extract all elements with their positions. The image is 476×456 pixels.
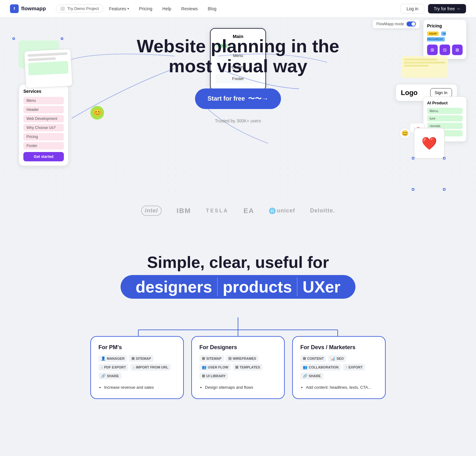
uilib-icon: ⊞ — [202, 374, 205, 378]
designers-bullet-1: Design sitemaps and flows — [205, 384, 277, 391]
tesla-logo: TESLA — [206, 208, 228, 214]
pms-bullets: Increase revenue and sales — [98, 384, 176, 391]
tag-wireframes: ⊟ WIREFRAMES — [226, 355, 259, 362]
manager-icon: 👤 — [101, 356, 106, 361]
tag-share-pm: 🔗 SHARE — [98, 373, 121, 379]
ea-logo: EA — [244, 207, 255, 215]
card-devs: For Devs / Marketers ⊞ CONTENT 📊 SEO 👥 C… — [292, 336, 386, 399]
nav-reviews[interactable]: Reviews — [177, 4, 202, 13]
tag-content: ⊞ CONTENT — [300, 355, 326, 362]
tag-seo: 📊 SEO — [328, 355, 346, 362]
card-pms-title: For PM's — [98, 344, 176, 351]
nav-blog[interactable]: Blog — [203, 4, 221, 13]
tag-export: ↑ EXPORT — [343, 364, 365, 371]
unicef-globe-icon: 🌐 — [269, 208, 275, 214]
tag-collab: 👥 COLLABORATION — [300, 364, 341, 371]
highlight-uxer: UXer — [298, 278, 345, 296]
highlight-designers: designers — [131, 278, 218, 296]
designers-tags: ⊞ SITEMAP ⊟ WIREFRAMES 👥 USER FLOW ⊞ TEM… — [199, 355, 277, 379]
nav-help[interactable]: Help — [158, 4, 176, 13]
card-pms: For PM's 👤 MANAGER ⊞ SITEMAP ↓ PDF EXPOR… — [90, 336, 184, 399]
tag-sitemap-d: ⊞ SITEMAP — [199, 355, 224, 362]
userflow-icon: 👥 — [202, 365, 207, 369]
tag-share-dev: 🔗 SHARE — [300, 373, 323, 379]
sitemap-icon: ⊞ — [131, 356, 135, 361]
wave-icon: 〜〜→ — [248, 94, 269, 103]
section2-highlight-bar: designers products UXer — [121, 275, 355, 299]
hero-content: Website planning in the most visual way … — [0, 17, 476, 123]
import-icon: ↓ — [133, 365, 135, 369]
devs-tags: ⊞ CONTENT 📊 SEO 👥 COLLABORATION ↑ EXPORT — [300, 355, 378, 379]
tag-pdf: ↓ PDF EXPORT — [98, 364, 128, 371]
hero-section: FlowMapp mode Pricing ASAP IN PROGRESS ⊞… — [0, 0, 476, 199]
card-devs-title: For Devs / Marketers — [300, 344, 378, 351]
cards-connector — [88, 317, 388, 336]
nav-logo[interactable]: f flowmapp — [10, 4, 46, 13]
hero-cta-button[interactable]: Start for free 〜〜→ — [195, 88, 281, 109]
export-icon: ↑ — [345, 365, 347, 369]
highlight-products: products — [218, 278, 298, 296]
section2-title: Simple, clear, useful for — [12, 253, 464, 272]
content-icon: ⊞ — [303, 356, 306, 361]
nav-links: Try Demo Project Features ▾ Pricing Help… — [56, 4, 401, 13]
hero-title: Website planning in the most visual way — [113, 36, 363, 76]
tag-userflow: 👥 USER FLOW — [199, 364, 231, 371]
tag-uilib: ⊞ UI LIBRARY — [199, 373, 228, 379]
logo-icon: f — [10, 4, 19, 13]
try-free-button[interactable]: Try for free → — [428, 4, 466, 13]
section2: Simple, clear, useful for designers prod… — [0, 228, 476, 418]
seo-icon: 📊 — [331, 356, 335, 361]
nav-actions: Log in Try for free → — [401, 4, 466, 14]
share-dev-icon: 🔗 — [303, 374, 307, 378]
feature-cards-row: For PM's 👤 MANAGER ⊞ SITEMAP ↓ PDF EXPOR… — [88, 336, 388, 399]
navbar: f flowmapp Try Demo Project Features ▾ P… — [0, 0, 476, 17]
pdf-icon: ↓ — [101, 365, 103, 369]
devs-bullets: Add content: headlines, texts, CTA... — [300, 384, 378, 391]
ibm-logo: IBM — [177, 207, 191, 215]
unicef-logo: 🌐 unicef — [269, 207, 295, 214]
chevron-down-icon: ▾ — [127, 7, 129, 10]
tag-sitemap: ⊞ SITEMAP — [129, 355, 154, 362]
nav-pricing[interactable]: Pricing — [135, 4, 157, 13]
pms-tags: 👤 MANAGER ⊞ SITEMAP ↓ PDF EXPORT ↓ IMPOR… — [98, 355, 176, 379]
devs-bullet-1: Add content: headlines, texts, CTA... — [306, 384, 378, 391]
share-icon: 🔗 — [101, 374, 106, 378]
logos-row: intel IBM TESLA EA 🌐 unicef Deloitte. — [0, 206, 476, 216]
deloitte-logo: Deloitte. — [310, 207, 335, 214]
templates-icon: ⊞ — [235, 365, 238, 369]
nav-features[interactable]: Features ▾ — [105, 4, 133, 13]
tag-templates: ⊞ TEMPLATES — [233, 364, 263, 371]
logo-text: flowmapp — [21, 6, 46, 12]
designers-bullets: Design sitemaps and flows — [199, 384, 277, 391]
logos-section: intel IBM TESLA EA 🌐 unicef Deloitte. — [0, 199, 476, 228]
pms-bullet-1: Increase revenue and sales — [104, 384, 176, 391]
nav-demo[interactable]: Try Demo Project — [56, 4, 103, 13]
intel-logo: intel — [141, 206, 162, 216]
login-button[interactable]: Log in — [401, 4, 424, 14]
trusted-text: Trusted by 300K+ users — [0, 118, 476, 123]
wireframes-icon: ⊟ — [228, 356, 231, 361]
card-designers: For Designers ⊞ SITEMAP ⊟ WIREFRAMES 👥 U… — [191, 336, 285, 399]
collab-icon: 👥 — [303, 365, 307, 369]
sitemap-d-icon: ⊞ — [202, 356, 205, 361]
tag-manager: 👤 MANAGER — [98, 355, 127, 362]
tag-import: ↓ IMPORT FROM URL — [130, 364, 171, 371]
card-designers-title: For Designers — [199, 344, 277, 351]
